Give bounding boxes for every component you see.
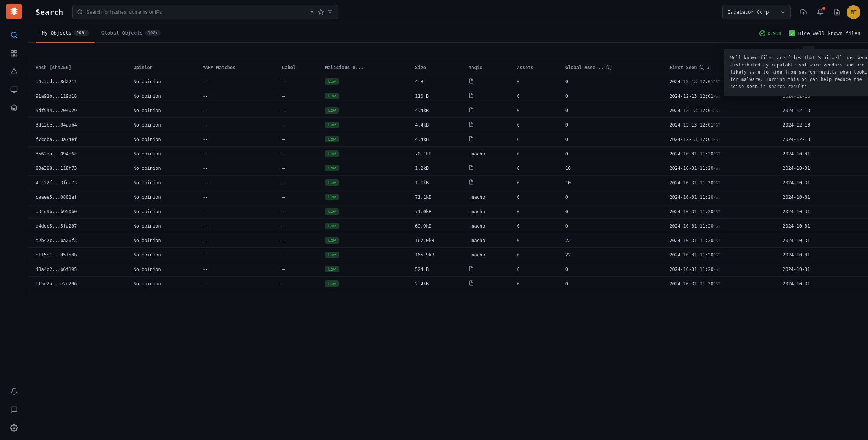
- col-hash[interactable]: Hash [sha256]: [28, 61, 129, 74]
- header: Search Escalator Corp: [28, 0, 868, 24]
- assets-cell: 0: [512, 248, 560, 262]
- magic-cell: [464, 161, 512, 176]
- sidebar-item-settings[interactable]: [6, 419, 22, 436]
- col-magic[interactable]: Magic: [464, 61, 512, 74]
- table-row[interactable]: 48a4b2...b6f195 No opinion -- – Low 524 …: [28, 262, 868, 277]
- table-row[interactable]: a4ddc5...5fa287 No opinion -- – Low 69.9…: [28, 219, 868, 233]
- table-row[interactable]: d34c9b...b950b0 No opinion -- – Low 71.0…: [28, 204, 868, 219]
- opinion-cell: No opinion: [129, 190, 198, 204]
- global-assets-cell: 10: [561, 161, 665, 176]
- malicious-cell: Low: [320, 277, 410, 291]
- last-seen-cell: 2024-10-31: [778, 176, 868, 190]
- upload-button[interactable]: [797, 5, 810, 19]
- col-global-assets[interactable]: Global Asse... i: [561, 61, 665, 74]
- last-seen-cell: 2024-10-31: [778, 219, 868, 233]
- favorite-search-button[interactable]: [318, 9, 324, 15]
- hide-known-toggle[interactable]: Hide well known files Well known files a…: [789, 30, 860, 36]
- search-input-wrap[interactable]: [72, 5, 338, 19]
- org-name: Escalator Corp: [727, 9, 769, 15]
- table-row[interactable]: caaee5...0802af No opinion -- – Low 71.1…: [28, 190, 868, 204]
- first-seen-cell: 2024-10-31 11:20PST: [665, 219, 778, 233]
- sidebar: [0, 0, 28, 440]
- magic-cell: [464, 74, 512, 89]
- table-body: a4c3ed...8d2211 No opinion -- – Low 4 B …: [28, 74, 868, 291]
- col-opinion[interactable]: Opinion: [129, 61, 198, 74]
- assets-cell: 0: [512, 233, 560, 248]
- col-label[interactable]: Label: [278, 61, 321, 74]
- yara-cell: --: [198, 248, 277, 262]
- tab-global-objects-count: 100+: [145, 30, 161, 36]
- hash-cell: caaee5...0802af: [28, 190, 129, 204]
- size-cell: 70.1kB: [410, 147, 464, 161]
- size-cell: 524 B: [410, 262, 464, 277]
- first-seen-cell: 2024-10-31 11:20PST: [665, 204, 778, 219]
- size-cell: 69.9kB: [410, 219, 464, 233]
- first-seen-tz: PST: [713, 152, 720, 156]
- file-icon: [469, 266, 474, 272]
- magic-cell: [464, 176, 512, 190]
- global-assets-cell: 10: [561, 176, 665, 190]
- opinion-cell: No opinion: [129, 118, 198, 132]
- table-row[interactable]: e1f5e1...d5f53b No opinion -- – Low 165.…: [28, 248, 868, 262]
- col-size[interactable]: Size: [410, 61, 464, 74]
- global-assets-cell: 0: [561, 190, 665, 204]
- file-icon: [469, 165, 474, 171]
- size-cell: 167.0kB: [410, 233, 464, 248]
- svg-marker-6: [11, 68, 17, 74]
- table-row[interactable]: 83e388...118f73 No opinion -- – Low 1.2k…: [28, 161, 868, 176]
- malicious-cell: Low: [320, 147, 410, 161]
- hash-cell: a4c3ed...8d2211: [28, 74, 129, 89]
- yara-cell: --: [198, 219, 277, 233]
- table-row[interactable]: 4c122f...3fcc73 No opinion -- – Low 1.1k…: [28, 176, 868, 190]
- magic-cell: [464, 132, 512, 147]
- sidebar-item-layers[interactable]: [6, 100, 22, 116]
- avatar[interactable]: MT: [847, 5, 860, 19]
- reports-button[interactable]: [830, 5, 844, 19]
- label-cell: –: [278, 74, 321, 89]
- search-input[interactable]: [86, 9, 306, 15]
- assets-cell: 0: [512, 219, 560, 233]
- tab-global-objects[interactable]: Global Objects 100+: [95, 24, 167, 43]
- org-selector[interactable]: Escalator Corp: [722, 5, 791, 19]
- table-row[interactable]: a2b47c...ba26f3 No opinion -- – Low 167.…: [28, 233, 868, 248]
- hash-cell: 4c122f...3fcc73: [28, 176, 129, 190]
- sidebar-item-search[interactable]: [6, 27, 22, 43]
- tab-my-objects[interactable]: My Objects 200+: [36, 24, 95, 43]
- first-seen-tz: PST: [713, 195, 720, 199]
- table-row[interactable]: ff5d2a...e2d296 No opinion -- – Low 2.4k…: [28, 277, 868, 291]
- first-seen-tz: PST: [713, 123, 720, 127]
- first-seen-cell: 2024-10-31 11:20PST: [665, 277, 778, 291]
- table-row[interactable]: 3d12be...84aab4 No opinion -- – Low 4.4k…: [28, 118, 868, 132]
- global-assets-cell: 22: [561, 248, 665, 262]
- hash-cell: 83e388...118f73: [28, 161, 129, 176]
- last-seen-cell: 2024-10-31: [778, 161, 868, 176]
- page-title: Search: [36, 8, 66, 17]
- first-seen-cell: 2024-10-31 11:20PST: [665, 176, 778, 190]
- sidebar-item-dashboard[interactable]: [6, 45, 22, 62]
- opinion-cell: No opinion: [129, 147, 198, 161]
- clear-search-button[interactable]: [309, 9, 315, 15]
- yara-cell: --: [198, 190, 277, 204]
- sidebar-item-notifications[interactable]: [6, 383, 22, 400]
- first-seen-tz: PST: [713, 253, 720, 257]
- col-assets[interactable]: Assets: [512, 61, 560, 74]
- hash-cell: 91a91b...119d18: [28, 89, 129, 103]
- col-malicious[interactable]: Malicious B...: [320, 61, 410, 74]
- sidebar-item-hunt[interactable]: [6, 63, 22, 80]
- table-row[interactable]: 5df544...204029 No opinion -- – Low 4.4k…: [28, 103, 868, 118]
- size-cell: 1.1kB: [410, 176, 464, 190]
- filter-search-button[interactable]: [327, 9, 333, 15]
- app-logo[interactable]: [6, 4, 22, 19]
- hide-known-checkbox[interactable]: [789, 30, 795, 36]
- col-yara[interactable]: YARA Matches: [198, 61, 277, 74]
- malicious-cell: Low: [320, 89, 410, 103]
- notifications-button[interactable]: [813, 5, 827, 19]
- tab-global-objects-label: Global Objects: [101, 30, 143, 36]
- file-icon: [469, 107, 474, 113]
- yara-cell: --: [198, 74, 277, 89]
- table-row[interactable]: 3562da...094e6c No opinion -- – Low 70.1…: [28, 147, 868, 161]
- magic-cell: .macho: [464, 233, 512, 248]
- sidebar-item-monitor[interactable]: [6, 81, 22, 98]
- table-row[interactable]: f7cdba...3a74ef No opinion -- – Low 4.4k…: [28, 132, 868, 147]
- sidebar-item-messages[interactable]: [6, 401, 22, 418]
